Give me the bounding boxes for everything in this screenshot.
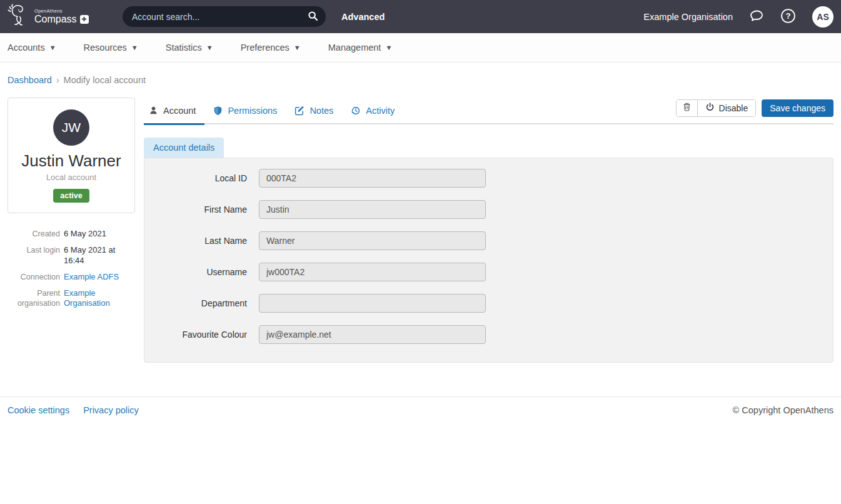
account-details-panel: Local ID First Name Last Name Username D… [144, 158, 833, 363]
trash-icon [682, 102, 692, 114]
user-avatar[interactable]: AS [812, 6, 833, 28]
form-row-local-id: Local ID [144, 169, 833, 188]
main-panel: Account Permissions Notes [144, 98, 833, 363]
form-row-username: Username [144, 263, 833, 281]
breadcrumb-separator: › [56, 75, 59, 85]
brand-compass-label: Compass [34, 14, 77, 25]
user-icon [149, 106, 158, 115]
openathens-owl-icon [8, 3, 30, 31]
nav-item-resources[interactable]: Resources▼ [84, 43, 138, 53]
content-area: JW Justin Warner Local account active Cr… [0, 98, 841, 363]
shield-icon [213, 106, 223, 116]
local-id-label: Local ID [144, 173, 259, 183]
status-badge: active [53, 189, 89, 203]
first-name-field[interactable] [259, 200, 486, 219]
nav-item-management[interactable]: Management▼ [328, 43, 393, 53]
nav-item-statistics[interactable]: Statistics▼ [166, 43, 213, 53]
account-actions: Disable Save changes [676, 99, 833, 122]
caret-down-icon: ▼ [49, 44, 56, 51]
breadcrumb-current: Modify local account [64, 75, 146, 85]
plus-square-icon [80, 15, 89, 24]
department-label: Department [144, 298, 259, 308]
meta-row-created: Created 6 May 2021 [8, 229, 135, 239]
tab-permissions[interactable]: Permissions [204, 97, 286, 124]
help-circle-icon: ? [780, 8, 796, 26]
organisation-name[interactable]: Example Organisation [643, 12, 733, 22]
brand-logo[interactable]: OpenAthens Compass [8, 3, 123, 31]
parent-organisation-link[interactable]: Example Organisation [64, 288, 110, 308]
caret-down-icon: ▼ [294, 44, 301, 51]
search-icon [308, 11, 318, 23]
breadcrumb-dashboard-link[interactable]: Dashboard [8, 75, 52, 85]
caret-down-icon: ▼ [131, 44, 138, 51]
meta-row-parent-organisation: Parent organisation Example Organisation [8, 288, 135, 310]
brand-openathens-label: OpenAthens [34, 9, 89, 14]
meta-row-last-login: Last login 6 May 2021 at 16:44 [8, 245, 135, 266]
chat-bubble-icon [749, 8, 764, 25]
account-search [123, 6, 326, 27]
topbar: OpenAthens Compass Advanced Example Orga… [0, 0, 841, 33]
first-name-label: First Name [144, 204, 259, 214]
tab-account[interactable]: Account [144, 97, 204, 124]
form-row-favourite-colour: Favourite Colour [144, 325, 833, 344]
department-field[interactable] [259, 294, 486, 313]
power-icon [705, 103, 715, 114]
nav-item-preferences[interactable]: Preferences▼ [241, 43, 301, 53]
form-row-last-name: Last Name [144, 231, 833, 250]
local-id-field[interactable] [259, 169, 486, 188]
cookie-settings-link[interactable]: Cookie settings [8, 405, 69, 415]
profile-meta: Created 6 May 2021 Last login 6 May 2021… [8, 229, 135, 309]
search-button[interactable] [303, 8, 322, 26]
caret-down-icon: ▼ [206, 44, 213, 51]
svg-text:?: ? [786, 11, 791, 21]
feedback-button[interactable] [749, 8, 764, 25]
privacy-policy-link[interactable]: Privacy policy [83, 405, 139, 415]
delete-disable-group: Disable [676, 99, 757, 117]
profile-card: JW Justin Warner Local account active [8, 98, 135, 213]
copyright-text: © Copyright OpenAthens [733, 405, 833, 415]
activity-icon [351, 106, 361, 116]
username-label: Username [144, 267, 259, 277]
username-field[interactable] [259, 263, 486, 281]
tab-bar: Account Permissions Notes [144, 98, 833, 124]
disable-button[interactable]: Disable [698, 100, 756, 116]
profile-avatar: JW [53, 109, 89, 146]
profile-sidebar: JW Justin Warner Local account active Cr… [8, 98, 135, 315]
save-changes-button[interactable]: Save changes [762, 99, 833, 117]
caret-down-icon: ▼ [385, 44, 392, 51]
nav-item-accounts[interactable]: Accounts▼ [8, 43, 56, 53]
tab-activity[interactable]: Activity [342, 97, 403, 124]
last-name-field[interactable] [259, 231, 486, 250]
meta-row-connection: Connection Example ADFS [8, 272, 135, 283]
profile-account-type: Local account [13, 173, 129, 182]
last-name-label: Last Name [144, 236, 259, 246]
subtab-account-details[interactable]: Account details [144, 138, 224, 158]
profile-name: Justin Warner [13, 151, 129, 171]
advanced-search-link[interactable]: Advanced [341, 12, 385, 22]
tab-notes[interactable]: Notes [286, 97, 342, 124]
form-row-first-name: First Name [144, 200, 833, 219]
connection-link[interactable]: Example ADFS [64, 272, 119, 281]
form-row-department: Department [144, 294, 833, 313]
breadcrumb: Dashboard › Modify local account [0, 63, 841, 98]
notes-icon [295, 106, 305, 116]
delete-button[interactable] [677, 100, 698, 116]
favourite-colour-field[interactable] [259, 325, 486, 344]
favourite-colour-label: Favourite Colour [144, 330, 259, 340]
main-navigation: Accounts▼ Resources▼ Statistics▼ Prefere… [0, 33, 841, 63]
help-button[interactable]: ? [780, 8, 796, 26]
search-input[interactable] [132, 12, 303, 22]
page-footer: Cookie settings Privacy policy © Copyrig… [0, 396, 841, 423]
